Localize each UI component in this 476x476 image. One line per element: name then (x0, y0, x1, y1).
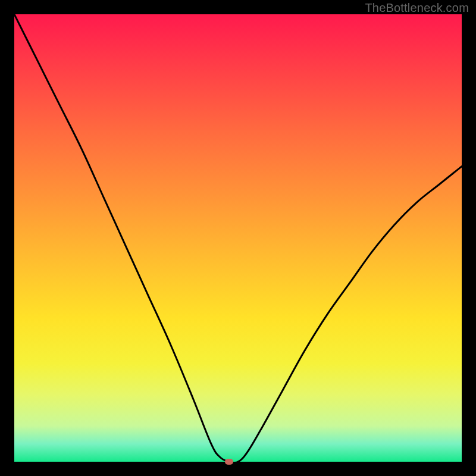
plot-area (14, 14, 462, 462)
watermark-text: TheBottleneck.com (365, 1, 469, 15)
bottleneck-curve (14, 14, 462, 462)
optimum-marker (225, 459, 233, 465)
chart-frame: TheBottleneck.com (0, 0, 476, 476)
